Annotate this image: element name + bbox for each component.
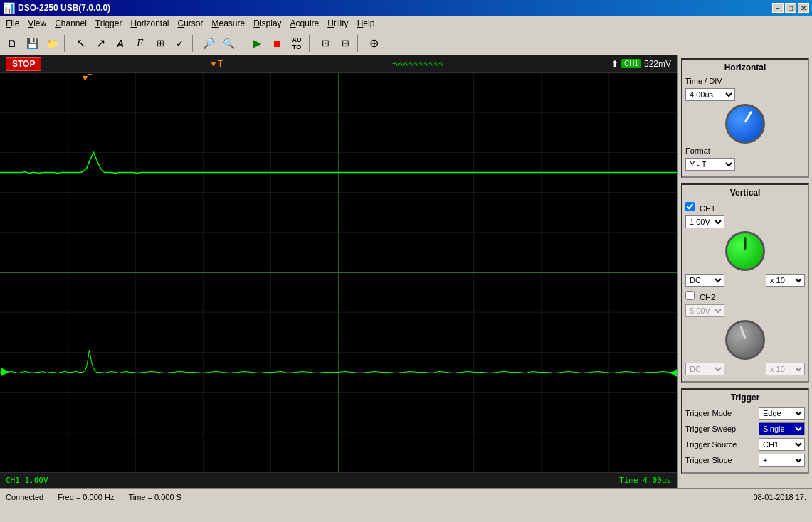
ch2-knob[interactable] [725,320,765,360]
horizontal-title: Horizontal [685,63,805,73]
menu-utility[interactable]: Utility [323,17,352,30]
main-area: STOP ▼T ~∿∿∿∿∿∿∿∿∿∿ ⬆ CH1 522mV [0,55,812,488]
menu-help[interactable]: Help [353,17,379,30]
new-button[interactable]: 🗋 [3,34,21,53]
time-div-row: Time / DIV [685,77,805,85]
scope-header: STOP ▼T ~∿∿∿∿∿∿∿∿∿∿ ⬆ CH1 522mV [0,55,677,73]
trigger-slope-row: Trigger Slope + - [685,454,805,467]
voltage-reading: 522mV [644,59,671,69]
ch2-volt-row: 5.00V 1.00V 2.00V 10.0V [685,304,805,317]
ch1-coupling-row: DC AC GND x 10 x 1 x 100 [685,274,805,287]
ch2-volt-select[interactable]: 5.00V 1.00V 2.00V 10.0V [685,304,724,317]
menu-acquire[interactable]: Acquire [286,17,324,30]
horizontal-knob[interactable] [725,104,765,144]
trigger-mode-row: Trigger Mode Edge Pulse Video Slope [685,407,805,420]
menu-horizontal[interactable]: Horizontal [126,17,173,30]
save-button[interactable]: 💾 [23,34,41,53]
connected-status: Connected [6,493,43,501]
menu-file[interactable]: File [1,17,23,30]
ch1-checkbox-label[interactable]: CH1 [685,202,715,213]
time-footer-label: Time 4.00us [619,476,671,485]
fit-v-button[interactable]: ⊟ [336,34,354,53]
statusbar-left: Connected Freq = 0.000 Hz Time = 0.000 S [6,493,181,501]
freq-display: Freq = 0.000 Hz [58,493,114,501]
svg-text:T: T [88,73,93,81]
ch2-checkbox[interactable] [685,291,695,300]
cursor-b-button[interactable]: F [131,34,149,53]
time-div-label: Time / DIV [685,77,722,85]
zoom-in-button[interactable]: 🔎 [199,34,218,53]
trigger-position-indicator: ▼T [209,59,223,69]
cursor-a-button[interactable]: A [111,34,130,53]
run-button[interactable]: ▶ [248,34,266,53]
check-button[interactable]: ✓ [171,34,189,53]
time-display: Time = 0.000 S [128,493,181,501]
time-div-select[interactable]: 4.00us 1.00us 2.00us 8.00us [685,88,735,101]
cursor-arrow-button[interactable]: ↖ [71,34,90,53]
statusbar: Connected Freq = 0.000 Hz Time = 0.000 S… [0,488,812,505]
ch1-badge: CH1 [621,59,641,68]
ch1-volt-select[interactable]: 1.00V 0.50V 2.00V 5.00V [685,215,724,228]
format-row: Format [685,147,805,155]
ch1-coupling-select[interactable]: DC AC GND [685,274,724,287]
ch2-knob-container [685,320,805,360]
stop-button[interactable]: ⏹ [268,34,286,53]
titlebar: 📊 DSO-2250 USB(7.0.0.0) − □ ✕ [0,0,812,16]
maximize-button[interactable]: □ [785,3,796,13]
close-button[interactable]: ✕ [798,3,809,13]
ch2-probe-select[interactable]: x 10 x 1 x 100 [766,363,805,375]
horizontal-knob-container [685,104,805,144]
trigger-mode-label: Trigger Mode [685,409,732,417]
toolbar: 🗋 💾 📁 ↖ ↗ A F ⊞ ✓ 🔎 🔍 ▶ ⏹ AUTO ⊡ ⊟ ⊕ [0,31,812,55]
scope-footer: CH1 1.00V Time 4.00us [0,472,677,488]
vertical-section: Vertical CH1 1.00V 0.50V 2.00V 5.00V [681,183,809,383]
trigger-sweep-select[interactable]: Single Auto Normal [759,422,805,435]
trigger-mode-select[interactable]: Edge Pulse Video Slope [759,407,805,420]
horizontal-section: Horizontal Time / DIV 4.00us 1.00us 2.00… [681,58,809,178]
ch1-checkbox[interactable] [685,202,695,211]
titlebar-controls: − □ ✕ [772,3,809,13]
open-button[interactable]: 📁 [43,34,61,53]
ch1-knob-indicator [744,237,747,250]
ch1-footer-label: CH1 1.00V [6,476,48,485]
stop-indicator[interactable]: STOP [6,57,41,71]
svg-text:◀: ◀ [670,365,677,378]
zoom-out-button[interactable]: 🔍 [219,34,238,53]
app-icon: 📊 [3,2,15,14]
ref-button[interactable]: ⊕ [364,34,383,53]
trigger-section: Trigger Trigger Mode Edge Pulse Video Sl… [681,388,809,474]
horizontal-knob-indicator [744,111,753,123]
trigger-sweep-row: Trigger Sweep Single Auto Normal [685,422,805,435]
menu-display[interactable]: Display [249,17,285,30]
menu-measure[interactable]: Measure [208,17,250,30]
minimize-button[interactable]: − [772,3,784,13]
ch1-knob[interactable] [725,231,765,271]
menubar: File View Channel Trigger Horizontal Cur… [0,16,812,31]
ch1-volt-row: 1.00V 0.50V 2.00V 5.00V [685,215,805,228]
cursor-ref-button[interactable]: ⊞ [151,34,169,53]
trigger-title: Trigger [685,393,805,403]
scope-display[interactable]: ▼ T ◀ ▶ [0,73,677,472]
statusbar-right: 08-01-2018 17: [753,493,806,501]
ch1-row: CH1 [685,202,805,213]
menu-trigger[interactable]: Trigger [91,17,127,30]
toolbar-separator-4 [309,35,313,52]
titlebar-left: 📊 DSO-2250 USB(7.0.0.0) [3,2,110,14]
cursor-select-button[interactable]: ↗ [91,34,110,53]
menu-cursor[interactable]: Cursor [174,17,208,30]
format-select-row: Y - T X - Y [685,158,805,171]
auto-button[interactable]: AUTO [288,34,306,53]
toolbar-separator-5 [357,35,362,52]
ch2-coupling-select[interactable]: DC AC GND [685,363,724,375]
trigger-slope-select[interactable]: + - [759,454,805,467]
ch1-label: CH1 [700,204,715,213]
ch1-probe-select[interactable]: x 10 x 1 x 100 [766,274,805,287]
format-select[interactable]: Y - T X - Y [685,158,735,171]
scope-area: STOP ▼T ~∿∿∿∿∿∿∿∿∿∿ ⬆ CH1 522mV [0,55,677,488]
trigger-source-select[interactable]: CH1 CH2 EXT [759,438,805,451]
fit-h-button[interactable]: ⊡ [316,34,334,53]
menu-view[interactable]: View [23,17,51,30]
ch1-knob-container [685,231,805,271]
menu-channel[interactable]: Channel [51,17,91,30]
ch2-checkbox-label[interactable]: CH2 [685,291,715,302]
